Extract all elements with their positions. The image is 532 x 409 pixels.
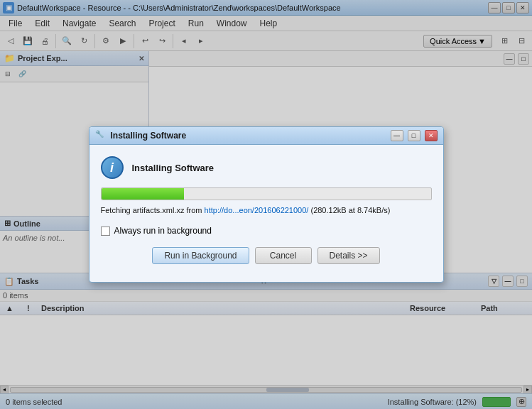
modal-overlay: 🔧 Installing Software — □ ✕ i Installing…: [0, 0, 532, 409]
dialog-title-icon: 🔧: [95, 130, 107, 141]
dialog-maximize-btn[interactable]: □: [408, 130, 420, 141]
dialog-info-row: i Installing Software: [101, 156, 432, 179]
dialog-close-btn[interactable]: ✕: [425, 130, 438, 141]
always-run-checkbox-row: Always run in background: [101, 226, 432, 236]
fetching-url: http://do...eon/201606221000/: [205, 206, 309, 214]
dialog-heading: Installing Software: [132, 163, 215, 173]
details-button[interactable]: Details >>: [317, 247, 380, 264]
installing-software-dialog: 🔧 Installing Software — □ ✕ i Installing…: [89, 126, 444, 283]
progress-bar-container: [101, 187, 432, 200]
dialog-buttons: Run in Background Cancel Details >>: [101, 247, 432, 264]
info-icon: i: [101, 156, 124, 179]
dialog-title-bar: 🔧 Installing Software — □ ✕: [89, 127, 443, 145]
dialog-minimize-btn[interactable]: —: [391, 130, 403, 141]
fetching-size: (280.12kB at 8.74kB/s): [308, 206, 390, 214]
fetching-text: Fetching artifacts.xml.xz from http://do…: [101, 206, 432, 214]
dialog-title-text: Installing Software: [111, 131, 386, 141]
always-run-checkbox[interactable]: [101, 227, 110, 236]
always-run-label: Always run in background: [114, 226, 212, 236]
cancel-button[interactable]: Cancel: [255, 247, 312, 264]
progress-bar-fill: [102, 188, 184, 200]
dialog-body: i Installing Software Fetching artifacts…: [89, 145, 443, 276]
run-background-button[interactable]: Run in Background: [152, 247, 249, 264]
fetching-prefix: Fetching artifacts.xml.xz from: [101, 206, 205, 214]
